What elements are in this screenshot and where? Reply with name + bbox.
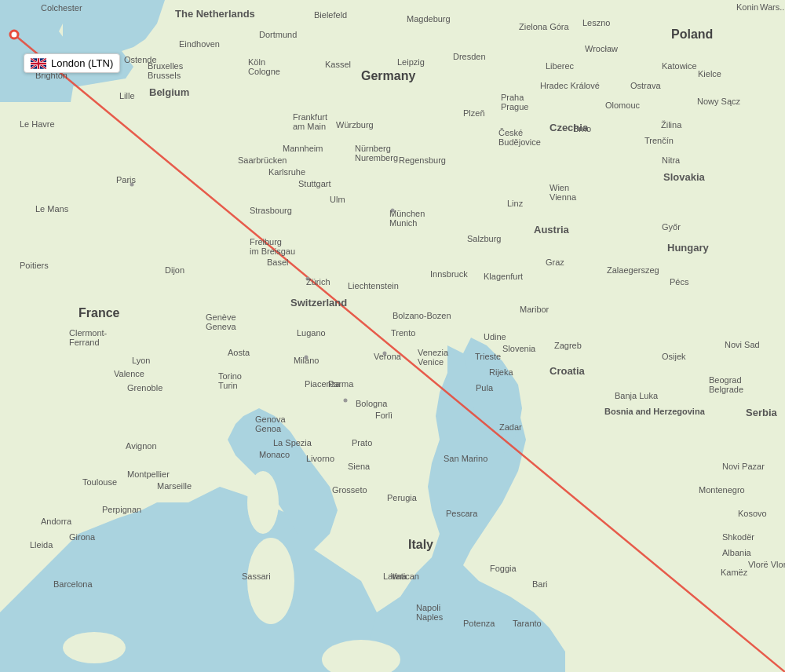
map-svg	[0, 0, 785, 672]
map-container: London (LTN) The Netherlands Belgium Ger…	[0, 0, 785, 672]
svg-point-11	[383, 352, 387, 356]
svg-point-3	[63, 632, 126, 663]
svg-point-9	[305, 356, 309, 360]
svg-point-8	[391, 209, 395, 213]
uk-flag-icon	[31, 58, 46, 69]
svg-point-7	[306, 277, 310, 281]
svg-point-10	[344, 399, 348, 403]
origin-label: London (LTN)	[24, 53, 120, 73]
svg-point-5	[10, 31, 18, 38]
svg-point-0	[247, 538, 294, 624]
svg-point-6	[130, 183, 134, 187]
origin-city-label: London (LTN)	[51, 57, 113, 69]
svg-point-2	[247, 471, 279, 534]
